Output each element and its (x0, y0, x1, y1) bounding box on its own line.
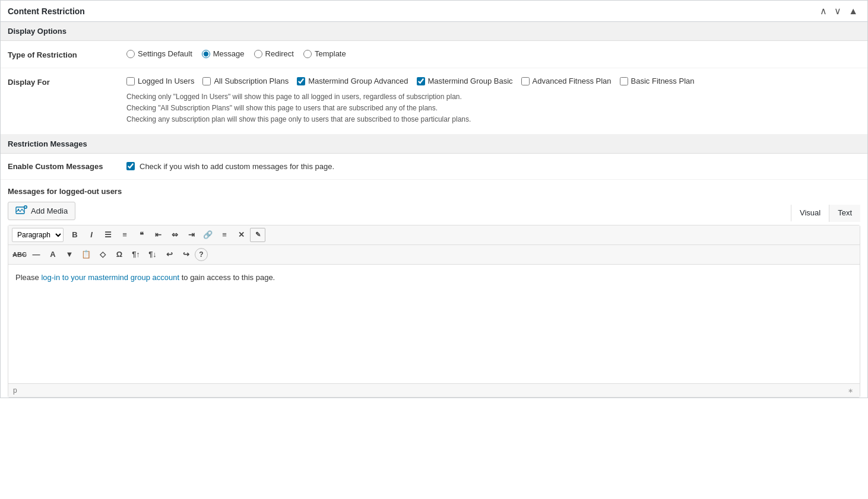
help-line-1: Checking only "Logged In Users" will sho… (126, 91, 860, 103)
help-line-3: Checking any subscription plan will show… (126, 114, 860, 125)
display-for-group: Logged In Users All Subscription Plans M… (126, 77, 860, 85)
checkbox-basic-fitness-plan-input[interactable] (620, 77, 628, 85)
checkbox-basic-fitness-plan[interactable]: Basic Fitness Plan (620, 77, 695, 85)
enable-custom-messages-label: Enable Custom Messages (8, 162, 126, 171)
editor-body[interactable]: Please log-in to your mastermind group a… (8, 265, 860, 383)
radio-redirect-input[interactable] (254, 50, 262, 58)
editor-wrapper: Paragraph B I ☰ ≡ ❝ ⇤ ⇔ ⇥ 🔗 ≡ ✕ ✎ ABC — … (8, 225, 860, 398)
toolbar-indent[interactable]: ¶↓ (145, 247, 160, 262)
checkbox-mastermind-group-basic[interactable]: Mastermind Group Basic (417, 77, 513, 85)
radio-message-label: Message (213, 49, 245, 58)
checkbox-all-subscription-plans[interactable]: All Subscription Plans (202, 77, 289, 85)
toolbar-align-center[interactable]: ⇔ (167, 228, 182, 242)
toolbar-redo[interactable]: ↪ (178, 247, 194, 262)
type-of-restriction-group: Settings Default Message Redirect Templa… (126, 49, 860, 58)
display-options-title: Display Options (8, 27, 66, 36)
toolbar-fullscreen[interactable]: ✕ (233, 228, 249, 242)
radio-settings-default-input[interactable] (126, 50, 135, 58)
toolbar-align-left[interactable]: ⇤ (150, 228, 166, 242)
display-for-content: Logged In Users All Subscription Plans M… (126, 77, 860, 126)
display-for-help: Checking only "Logged In Users" will sho… (126, 91, 860, 126)
checkbox-logged-in-users-input[interactable] (126, 77, 135, 85)
messages-for-title: Messages for logged-out users (8, 187, 860, 196)
editor-tag: p (13, 386, 17, 395)
checkbox-all-subscription-plans-label: All Subscription Plans (214, 77, 289, 85)
toolbar-outdent[interactable]: ¶↑ (128, 247, 144, 262)
enable-custom-messages-checkbox[interactable] (126, 162, 135, 170)
toolbar-special-chars[interactable]: Ω (112, 247, 127, 262)
add-media-icon (15, 205, 27, 217)
tab-text[interactable]: Text (829, 205, 860, 222)
checkbox-mastermind-group-basic-input[interactable] (417, 77, 425, 85)
display-for-label: Display For (8, 77, 126, 87)
tab-visual[interactable]: Visual (791, 205, 829, 222)
checkbox-mastermind-group-advanced-input[interactable] (297, 77, 305, 85)
content-restriction-panel: Content Restriction ∧ ∨ ▲ Display Option… (0, 0, 868, 398)
radio-template-input[interactable] (303, 50, 312, 58)
messages-for-section: Messages for logged-out users Add Media (1, 180, 867, 398)
radio-message[interactable]: Message (202, 49, 245, 58)
collapse-up-icon[interactable]: ∧ (818, 5, 829, 17)
editor-content-plain-after: to gain access to this page. (179, 273, 275, 282)
enable-custom-messages-row: Enable Custom Messages Check if you wish… (1, 154, 867, 180)
toolbar-hr[interactable]: — (28, 247, 44, 262)
toolbar-link[interactable]: 🔗 (200, 228, 216, 242)
checkbox-mastermind-group-basic-label: Mastermind Group Basic (428, 77, 513, 85)
editor-footer: p ∗ (8, 383, 860, 397)
toolbar-italic[interactable]: I (84, 228, 99, 242)
radio-settings-default[interactable]: Settings Default (126, 49, 192, 58)
toolbar-blockquote[interactable]: ❝ (134, 228, 149, 242)
toolbar-help[interactable]: ? (195, 248, 208, 261)
type-of-restriction-content: Settings Default Message Redirect Templa… (126, 49, 860, 58)
display-for-row: Display For Logged In Users All Subscrip… (1, 68, 867, 135)
display-options-section-header: Display Options (1, 22, 867, 41)
checkbox-mastermind-group-advanced-label: Mastermind Group Advanced (308, 77, 408, 85)
checkbox-basic-fitness-plan-label: Basic Fitness Plan (631, 77, 695, 85)
editor-content-plain-before: Please (15, 273, 41, 282)
editor-content-link[interactable]: log-in to your mastermind group account (41, 273, 179, 282)
type-of-restriction-label: Type of Restriction (8, 49, 126, 59)
add-media-button[interactable]: Add Media (8, 202, 75, 220)
restriction-messages-title: Restriction Messages (8, 139, 87, 148)
toolbar-ul[interactable]: ☰ (100, 228, 116, 242)
panel-header: Content Restriction ∧ ∨ ▲ (1, 1, 867, 22)
panel-controls: ∧ ∨ ▲ (818, 5, 860, 17)
collapse-down-icon[interactable]: ∨ (832, 5, 844, 17)
radio-redirect-label: Redirect (265, 49, 294, 58)
format-select[interactable]: Paragraph (12, 228, 64, 242)
radio-template-label: Template (315, 49, 346, 58)
restriction-messages-section-header: Restriction Messages (1, 135, 867, 154)
editor-toolbar-row2: ABC — A ▼ 📋 ◇ Ω ¶↑ ¶↓ ↩ ↪ ? (8, 245, 860, 265)
toolbar-kitchen-sink[interactable]: ✎ (250, 228, 265, 242)
checkbox-advanced-fitness-plan[interactable]: Advanced Fitness Plan (521, 77, 612, 85)
radio-message-input[interactable] (202, 50, 210, 58)
radio-redirect[interactable]: Redirect (254, 49, 294, 58)
toolbar-clear-format[interactable]: ◇ (95, 247, 110, 262)
toolbar-ol[interactable]: ≡ (117, 228, 132, 242)
toolbar-bold[interactable]: B (67, 228, 83, 242)
toolbar-align-right[interactable]: ⇥ (183, 228, 199, 242)
checkbox-advanced-fitness-plan-label: Advanced Fitness Plan (533, 77, 612, 85)
enable-custom-messages-helper: Check if you wish to add custom messages… (140, 162, 334, 171)
type-of-restriction-row: Type of Restriction Settings Default Mes… (1, 41, 867, 68)
toolbar-more[interactable]: ≡ (217, 228, 232, 242)
toolbar-strikethrough[interactable]: ABC (12, 247, 27, 262)
collapse-icon[interactable]: ▲ (846, 6, 860, 17)
toolbar-font-color[interactable]: A (45, 247, 61, 262)
editor-tabs: Visual Text (791, 205, 860, 222)
panel-title: Content Restriction (8, 7, 85, 16)
checkbox-logged-in-users-label: Logged In Users (138, 77, 194, 85)
resize-handle-icon: ∗ (848, 387, 855, 394)
help-line-2: Checking "All Subscription Plans" will s… (126, 103, 860, 114)
checkbox-logged-in-users[interactable]: Logged In Users (126, 77, 194, 85)
checkbox-mastermind-group-advanced[interactable]: Mastermind Group Advanced (297, 77, 408, 85)
radio-settings-default-label: Settings Default (138, 49, 192, 58)
editor-toolbar-row1: Paragraph B I ☰ ≡ ❝ ⇤ ⇔ ⇥ 🔗 ≡ ✕ ✎ (8, 225, 860, 245)
checkbox-advanced-fitness-plan-input[interactable] (521, 77, 530, 85)
toolbar-undo[interactable]: ↩ (161, 247, 177, 262)
checkbox-all-subscription-plans-input[interactable] (202, 77, 211, 85)
toolbar-font-color-dropdown[interactable]: ▼ (62, 247, 77, 262)
add-media-label: Add Media (31, 206, 68, 215)
radio-template[interactable]: Template (303, 49, 346, 58)
toolbar-paste[interactable]: 📋 (78, 247, 94, 262)
